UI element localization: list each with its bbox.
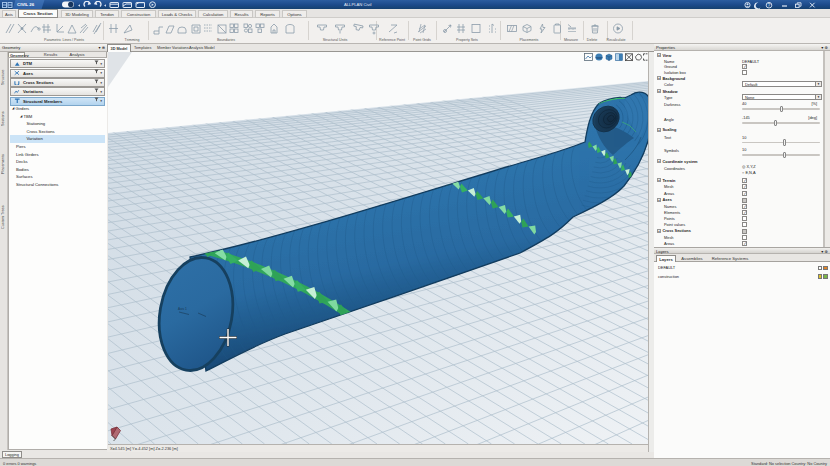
svg-text:Axis 1: Axis 1 xyxy=(178,307,187,311)
svg-text:?: ? xyxy=(768,2,771,8)
